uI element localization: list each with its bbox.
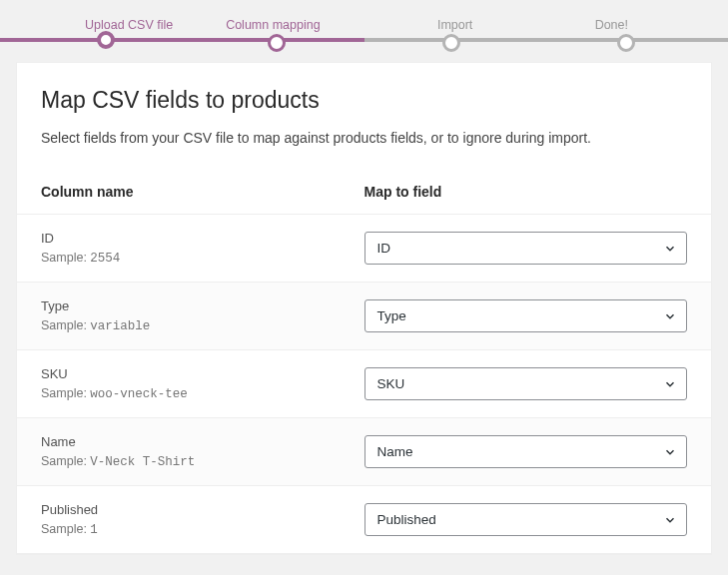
progress-wizard: Upload CSV file Column mapping Import Do… <box>0 0 728 42</box>
sample-value: 1 <box>90 523 98 537</box>
progress-dot-done <box>617 34 635 52</box>
field-sample: Sample: 1 <box>41 522 364 537</box>
field-name: SKU <box>41 366 364 381</box>
step-mapping[interactable]: Column mapping <box>212 18 364 32</box>
field-sample: Sample: woo-vneck-tee <box>41 386 364 401</box>
table-row: Name Sample: V-Neck T-Shirt Name <box>17 418 711 486</box>
table-row: SKU Sample: woo-vneck-tee SKU <box>17 350 711 418</box>
field-name: Name <box>41 434 364 449</box>
sample-label: Sample: <box>41 318 87 332</box>
field-name: ID <box>41 231 364 246</box>
mapping-card: Map CSV fields to products Select fields… <box>16 62 712 555</box>
sample-value: woo-vneck-tee <box>90 387 188 401</box>
sample-value: variable <box>90 319 150 333</box>
table-row: ID Sample: 2554 ID <box>17 215 711 283</box>
step-done: Done! <box>516 18 668 32</box>
sample-label: Sample: <box>41 251 87 265</box>
step-import: Import <box>364 18 516 32</box>
progress-bar <box>0 38 728 42</box>
field-name: Published <box>41 502 364 517</box>
field-sample: Sample: V-Neck T-Shirt <box>41 454 364 469</box>
column-name-header: Column name <box>41 184 364 200</box>
sample-label: Sample: <box>41 386 87 400</box>
map-field-select[interactable]: ID <box>364 232 688 265</box>
field-sample: Sample: 2554 <box>41 251 364 266</box>
sample-label: Sample: <box>41 522 87 536</box>
map-field-select[interactable]: SKU <box>364 367 688 400</box>
map-field-select[interactable]: Type <box>364 299 688 332</box>
page-title: Map CSV fields to products <box>41 87 687 114</box>
step-upload[interactable]: Upload CSV file <box>60 18 212 32</box>
progress-bar-fill <box>0 38 364 42</box>
page-subtitle: Select fields from your CSV file to map … <box>41 130 687 146</box>
progress-dot-import <box>442 34 460 52</box>
table-row: Published Sample: 1 Published <box>17 486 711 554</box>
map-field-select[interactable]: Published <box>364 503 688 536</box>
table-row: Type Sample: variable Type <box>17 283 711 350</box>
mapping-table: Column name Map to field ID Sample: 2554… <box>17 170 711 554</box>
map-to-field-header: Map to field <box>364 184 688 200</box>
sample-value: V-Neck T-Shirt <box>90 455 195 469</box>
map-field-select[interactable]: Name <box>364 435 688 468</box>
field-name: Type <box>41 298 364 313</box>
progress-dot-upload <box>97 31 115 49</box>
sample-value: 2554 <box>90 252 120 266</box>
progress-dot-mapping <box>268 34 286 52</box>
sample-label: Sample: <box>41 454 87 468</box>
field-sample: Sample: variable <box>41 318 364 333</box>
table-header: Column name Map to field <box>17 170 711 215</box>
